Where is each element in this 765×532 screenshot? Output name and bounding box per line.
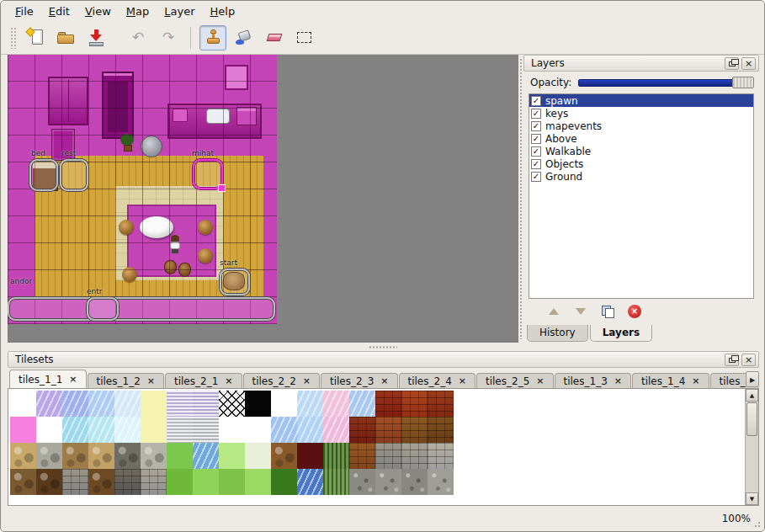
tileset-tile[interactable] <box>323 443 349 469</box>
delete-layer-button[interactable]: × <box>626 303 643 320</box>
tileset-tile[interactable] <box>323 417 349 443</box>
tileset-tab-tiles_1_3[interactable]: tiles_1_3× <box>555 373 632 388</box>
map-object-entr[interactable] <box>87 297 119 321</box>
tileset-tile[interactable] <box>297 391 323 417</box>
tileset-tile[interactable] <box>245 469 271 495</box>
tileset-tile[interactable] <box>297 443 323 469</box>
tileset-tile[interactable] <box>219 443 245 469</box>
save-map-button[interactable] <box>82 25 109 51</box>
tab-close-icon[interactable]: × <box>459 376 466 386</box>
menu-map[interactable]: Map <box>119 3 157 20</box>
tileset-tile[interactable] <box>245 443 271 469</box>
map-object-rest[interactable] <box>60 159 88 191</box>
scrollbar-thumb[interactable] <box>746 402 757 436</box>
tileset-tile[interactable] <box>88 443 114 469</box>
new-map-button[interactable] <box>22 25 49 51</box>
tileset-view[interactable]: ▲ ▼ <box>8 388 759 506</box>
tileset-tile[interactable] <box>114 391 141 417</box>
tileset-tile[interactable] <box>401 417 428 443</box>
close-tilesets-button[interactable]: × <box>741 354 756 366</box>
tileset-tile[interactable] <box>36 417 62 443</box>
tileset-tile[interactable] <box>10 417 36 443</box>
tileset-tile[interactable] <box>10 391 36 417</box>
layer-visibility-checkbox[interactable]: ✓ <box>531 146 541 157</box>
layer-visibility-checkbox[interactable]: ✓ <box>531 121 541 131</box>
map-object-andor[interactable] <box>8 297 275 321</box>
layer-row-Ground[interactable]: ✓Ground <box>529 170 753 183</box>
resize-grip[interactable] <box>751 518 762 529</box>
tileset-tile[interactable] <box>10 443 36 469</box>
layer-row-spawn[interactable]: ✓spawn <box>529 94 753 107</box>
tileset-tile[interactable] <box>401 443 428 469</box>
tileset-scrollbar[interactable]: ▲ ▼ <box>745 389 758 505</box>
tileset-tab-tiles_2_2[interactable]: tiles_2_2× <box>243 373 321 388</box>
rect-select-button[interactable] <box>290 25 317 51</box>
tileset-tile[interactable] <box>219 417 245 443</box>
map-view[interactable]: bed rest mihat start entr andor <box>8 55 518 343</box>
tileset-tile[interactable] <box>375 469 401 495</box>
tileset-tile[interactable] <box>193 469 219 495</box>
duplicate-layer-button[interactable] <box>599 303 616 320</box>
dock-tab-layers[interactable]: Layers <box>590 325 652 342</box>
tileset-tile[interactable] <box>401 469 428 495</box>
tab-close-icon[interactable]: × <box>380 376 388 386</box>
tileset-tile[interactable] <box>245 417 271 443</box>
tileset-tile[interactable] <box>141 469 167 495</box>
tileset-tile[interactable] <box>349 417 375 443</box>
tileset-tab-tiles_2_4[interactable]: tiles_2_4× <box>399 373 476 388</box>
tileset-tile[interactable] <box>297 417 323 443</box>
tab-scroll-right-button[interactable]: ▶ <box>746 371 759 387</box>
tileset-tile[interactable] <box>323 469 349 495</box>
tileset-tile[interactable] <box>62 391 88 417</box>
tileset-tile[interactable] <box>428 469 454 495</box>
horizontal-splitter[interactable] <box>1 343 764 351</box>
eraser-button[interactable] <box>260 25 287 51</box>
tileset-tile[interactable] <box>62 417 88 443</box>
layer-row-Objects[interactable]: ✓Objects <box>529 157 753 170</box>
tileset-tile[interactable] <box>271 443 297 469</box>
layer-visibility-checkbox[interactable]: ✓ <box>531 172 541 182</box>
toolbar-handle[interactable] <box>10 27 16 49</box>
tileset-tile[interactable] <box>167 391 193 417</box>
tileset-tile[interactable] <box>36 391 62 417</box>
tileset-tab-tiles_1_2[interactable]: tiles_1_2× <box>88 373 165 388</box>
tileset-tile[interactable] <box>10 469 36 495</box>
float-panel-button[interactable] <box>725 57 739 70</box>
layer-visibility-checkbox[interactable]: ✓ <box>531 96 541 106</box>
tileset-tile[interactable] <box>141 443 167 469</box>
tileset-tile[interactable] <box>349 443 375 469</box>
lower-layer-button[interactable] <box>572 303 589 320</box>
menu-layer[interactable]: Layer <box>157 3 202 20</box>
tileset-tile[interactable] <box>401 391 428 417</box>
tileset-tile[interactable] <box>323 391 349 417</box>
layer-row-Above[interactable]: ✓Above <box>529 132 753 145</box>
stamp-brush-button[interactable] <box>199 25 226 51</box>
layer-visibility-checkbox[interactable]: ✓ <box>531 109 541 119</box>
map-object-mihat-selected[interactable] <box>193 159 223 189</box>
tileset-tile[interactable] <box>167 443 193 469</box>
scroll-up-button[interactable]: ▲ <box>746 389 758 402</box>
layer-row-keys[interactable]: ✓keys <box>529 107 753 120</box>
tileset-tab-tiles_2_3[interactable]: tiles_2_3× <box>321 373 398 388</box>
undo-button[interactable]: ↶ <box>125 25 151 51</box>
tileset-tile[interactable] <box>88 469 114 495</box>
tileset-tile[interactable] <box>375 417 401 443</box>
tileset-tile[interactable] <box>271 469 297 495</box>
map-object-bed[interactable] <box>29 159 58 191</box>
tileset-tab-tiles_2_5[interactable]: tiles_2_5× <box>476 373 554 388</box>
tileset-tile[interactable] <box>375 391 401 417</box>
tileset-tile[interactable] <box>36 469 62 495</box>
tileset-tile[interactable] <box>375 443 401 469</box>
dock-tab-history[interactable]: History <box>527 325 588 342</box>
tileset-tile[interactable] <box>167 469 193 495</box>
tileset-tile[interactable] <box>114 443 141 469</box>
tab-close-icon[interactable]: × <box>536 376 544 386</box>
map-object-start[interactable] <box>220 269 250 295</box>
menu-file[interactable]: File <box>8 3 41 20</box>
layer-visibility-checkbox[interactable]: ✓ <box>531 159 541 169</box>
tileset-tile[interactable] <box>167 417 193 443</box>
opacity-slider[interactable] <box>578 77 754 88</box>
bucket-fill-button[interactable] <box>230 25 257 51</box>
tileset-tab-tiles_1_4[interactable]: tiles_1_4× <box>632 373 709 388</box>
menu-view[interactable]: View <box>77 3 119 20</box>
